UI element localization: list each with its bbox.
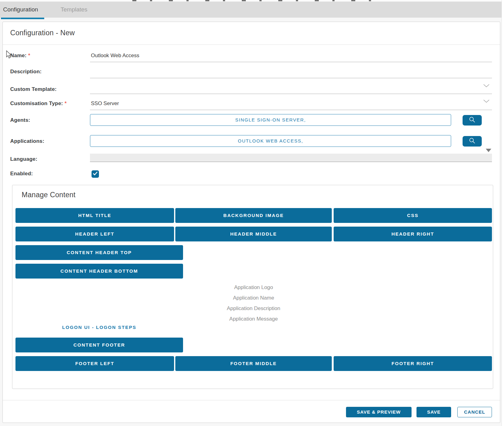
title-divider: [3, 45, 500, 45]
applications-label: Applications:: [10, 138, 44, 144]
customisation-type-label: Customisation Type:*: [10, 100, 67, 107]
css-button[interactable]: CSS: [334, 208, 492, 223]
background-image-button[interactable]: BACKGROUND IMAGE: [175, 208, 332, 223]
checkmark-icon: [93, 171, 98, 177]
action-bar-divider: [3, 400, 500, 400]
description-input[interactable]: [90, 78, 492, 78]
name-input-value[interactable]: Outlook Web Access: [91, 53, 139, 59]
header-left-button[interactable]: HEADER LEFT: [15, 227, 174, 241]
tab-configuration[interactable]: Configuration: [3, 6, 38, 13]
enabled-checkbox[interactable]: [92, 170, 99, 178]
application-description-placeholder: Application Description: [175, 303, 332, 314]
agents-search-button[interactable]: [463, 115, 482, 126]
customisation-type-value[interactable]: SSO Server: [91, 100, 119, 107]
application-logo-placeholder: Application Logo: [175, 282, 332, 293]
search-icon: [468, 137, 476, 146]
applications-input[interactable]: OUTLOOK WEB ACCESS,: [90, 135, 451, 147]
page-title: Configuration - New: [10, 29, 75, 37]
enabled-label: Enabled:: [10, 171, 33, 177]
required-asterisk: *: [28, 53, 30, 58]
header-middle-button[interactable]: HEADER MIDDLE: [175, 227, 332, 241]
customisation-type-select[interactable]: [90, 110, 492, 110]
tab-templates[interactable]: Templates: [61, 6, 88, 13]
application-name-placeholder: Application Name: [175, 293, 332, 303]
required-asterisk: *: [65, 100, 67, 106]
save-and-preview-button[interactable]: SAVE & PREVIEW: [346, 407, 412, 417]
configuration-card: Configuration - New Name:* Outlook Web A…: [2, 22, 500, 423]
mouse-cursor: [6, 50, 12, 60]
application-message-placeholder: Application Message: [175, 314, 332, 324]
search-icon: [468, 116, 476, 125]
cancel-button[interactable]: CANCEL: [457, 407, 492, 417]
header-right-button[interactable]: HEADER RIGHT: [334, 227, 492, 241]
name-input-underline[interactable]: [90, 62, 492, 62]
custom-template-label: Custom Template:: [10, 86, 57, 92]
description-label: Description:: [10, 69, 42, 75]
html-title-button[interactable]: HTML TITLE: [15, 208, 174, 223]
content-footer-button[interactable]: CONTENT FOOTER: [15, 338, 183, 352]
agents-input[interactable]: SINGLE SIGN-ON SERVER,: [90, 114, 451, 126]
agents-label: Agents:: [10, 117, 30, 123]
manage-content-panel: Manage Content HTML TITLE BACKGROUND IMA…: [12, 185, 493, 389]
applications-search-button[interactable]: [463, 136, 482, 147]
chevron-down-icon[interactable]: [483, 99, 489, 104]
configuration-screen: Configuration Templates Configuration - …: [0, 0, 504, 426]
language-label: Language:: [10, 156, 37, 162]
logon-ui-logon-steps-link[interactable]: LOGON UI - LOGON STEPS: [15, 325, 183, 330]
name-label: Name:*: [10, 53, 30, 59]
footer-left-button[interactable]: FOOTER LEFT: [15, 356, 174, 371]
chevron-down-icon[interactable]: [483, 83, 489, 89]
manage-content-heading: Manage Content: [22, 191, 75, 199]
clipped-text-fragments: [132, 0, 384, 1]
tab-bar: Configuration Templates: [0, 2, 502, 18]
custom-template-select[interactable]: [90, 94, 492, 94]
page-scrollbar[interactable]: [502, 0, 504, 426]
language-select-disabled: [90, 154, 492, 162]
caret-down-icon: [486, 149, 491, 152]
application-placeholders: Application Logo Application Name Applic…: [175, 282, 332, 324]
save-button[interactable]: SAVE: [416, 407, 451, 417]
active-tab-underline: [1, 18, 44, 19]
content-header-top-button[interactable]: CONTENT HEADER TOP: [15, 245, 183, 260]
footer-right-button[interactable]: FOOTER RIGHT: [334, 356, 492, 371]
content-header-bottom-button[interactable]: CONTENT HEADER BOTTOM: [15, 264, 183, 279]
footer-middle-button[interactable]: FOOTER MIDDLE: [175, 356, 332, 371]
